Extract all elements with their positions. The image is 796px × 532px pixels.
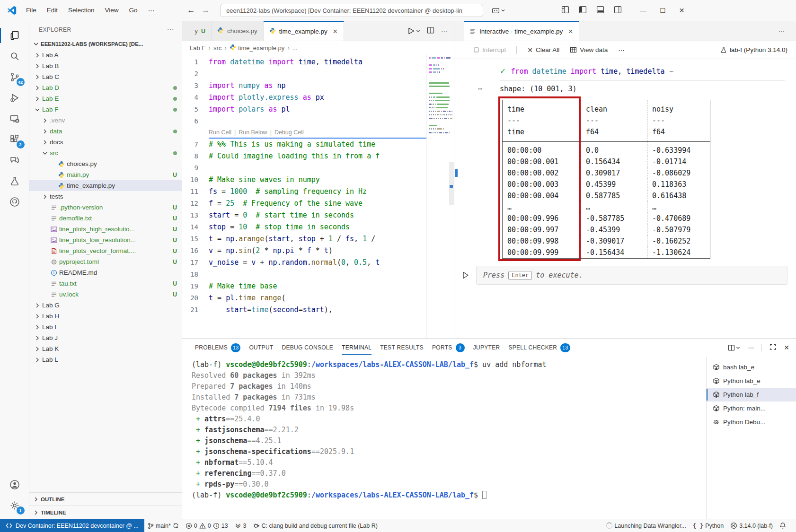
tree-item-lab-k[interactable]: Lab K xyxy=(29,343,182,354)
view-data-button[interactable]: View data xyxy=(570,46,608,53)
language-mode-status[interactable]: { } Python xyxy=(690,519,727,532)
tree-item-pyproject-toml[interactable]: pyproject.tomlU xyxy=(29,256,182,267)
toggle-panel-icon[interactable] xyxy=(596,6,604,15)
panel-tab-output[interactable]: OUTPUT xyxy=(245,339,277,357)
split-terminal-icon[interactable] xyxy=(728,344,740,351)
code-editor[interactable]: 1from datetime import time, timedelta23i… xyxy=(182,54,454,338)
activity-search-icon[interactable] xyxy=(4,46,26,67)
codelens-run-below[interactable]: Run Below xyxy=(239,129,267,136)
tree-item-lab-f[interactable]: Lab F xyxy=(29,104,182,115)
terminal-list-item-python-lab-f[interactable]: Python lab_f xyxy=(707,388,796,401)
activity-explorer-icon[interactable] xyxy=(4,25,26,46)
explorer-more-actions-icon[interactable]: ⋯ xyxy=(167,26,174,34)
copilot-icon[interactable] xyxy=(492,7,505,15)
minimize-button[interactable]: — xyxy=(640,7,646,14)
clear-all-button[interactable]: ✕ Clear All xyxy=(527,46,559,54)
panel-tab-ports[interactable]: PORTS3 xyxy=(428,339,469,357)
tab-partial[interactable]: yU xyxy=(182,21,212,41)
menu-[interactable]: ⋯ xyxy=(144,5,159,16)
maximize-button[interactable]: ☐ xyxy=(660,7,666,14)
activity-remote-explorer-icon[interactable] xyxy=(4,108,26,129)
settings-gear-icon[interactable]: 1 xyxy=(4,495,26,516)
toggle-secondary-sidebar-icon[interactable] xyxy=(614,6,622,15)
section-outline[interactable]: OUTLINE xyxy=(29,492,182,506)
menu-view[interactable]: View xyxy=(101,5,123,16)
tree-item-line-plots-low-resolution---[interactable]: line_plots_low_resolution...U xyxy=(29,235,182,245)
tree-item-main-py[interactable]: main.pyU xyxy=(29,169,182,180)
tree-item-uv-lock[interactable]: uv.lockU xyxy=(29,289,182,300)
problems-status[interactable]: 0 0 13 xyxy=(182,519,231,532)
tree-item-time-example-py[interactable]: time_example.py xyxy=(29,180,182,191)
run-python-file-button[interactable] xyxy=(407,27,420,35)
codelens-debug-cell[interactable]: Debug Cell xyxy=(274,129,304,136)
editor-scrollbar[interactable] xyxy=(449,162,454,205)
tab-interactive[interactable]: Interactive - time_example.py ✕ xyxy=(464,21,579,41)
tree-item-lab-g[interactable]: Lab G xyxy=(29,300,182,311)
customize-layout-icon[interactable] xyxy=(561,6,569,15)
git-branch-status[interactable]: main* xyxy=(144,519,182,532)
tree-item-src[interactable]: src xyxy=(29,148,182,158)
nav-forward-button[interactable]: → xyxy=(202,6,210,15)
menu-file[interactable]: File xyxy=(22,5,41,16)
cell-overflow-icon[interactable]: ⋯ xyxy=(670,67,674,76)
panel-more-icon[interactable]: ⋯ xyxy=(748,344,754,351)
activity-testing-icon[interactable] xyxy=(4,171,26,192)
notifications-bell-icon[interactable] xyxy=(776,519,789,532)
tree-item-readme-md[interactable]: README.md xyxy=(29,267,182,278)
activity-extensions-icon[interactable]: 2 xyxy=(4,129,26,150)
panel-tab-spell-checker[interactable]: SPELL CHECKER13 xyxy=(504,339,574,357)
tree-item--python-version[interactable]: .python-versionU xyxy=(29,202,182,213)
kernel-picker[interactable]: lab-f (Python 3.14.0) xyxy=(720,46,796,53)
close-tab-icon[interactable]: ✕ xyxy=(333,28,338,35)
panel-tab-jupyter[interactable]: JUPYTER xyxy=(469,339,504,357)
tree-item-tests[interactable]: tests xyxy=(29,191,182,202)
tree-item-lab-j[interactable]: Lab J xyxy=(29,332,182,343)
maximize-panel-icon[interactable] xyxy=(769,344,776,352)
workspace-root-row[interactable]: EEEN11202-LABS (WORKSPACE) [DE... xyxy=(29,38,182,50)
activity-source-control-icon[interactable]: 42 xyxy=(4,67,26,87)
menu-selection[interactable]: Selection xyxy=(64,5,99,16)
run-input-icon[interactable] xyxy=(462,271,469,279)
panel-tab-debug-console[interactable]: DEBUG CONSOLE xyxy=(278,339,338,357)
close-panel-icon[interactable]: ✕ xyxy=(784,344,789,351)
breadcrumb-item[interactable]: src xyxy=(213,44,221,52)
interactive-tab-overflow-icon[interactable]: ⋯ xyxy=(778,21,796,41)
tab-time_example-py[interactable]: time_example.py✕ xyxy=(264,21,344,41)
activity-github-icon[interactable] xyxy=(4,192,26,212)
tree-item-tau-txt[interactable]: tau.txtU xyxy=(29,278,182,289)
terminal-output[interactable]: (lab-f) vscode@0de9bf2c5909:/workspaces/… xyxy=(182,357,706,519)
ports-status[interactable]: 3 xyxy=(231,519,250,532)
menu-edit[interactable]: Edit xyxy=(43,5,62,16)
tree-item-demofile-txt[interactable]: demofile.txtU xyxy=(29,213,182,224)
cell-gutter-more-icon[interactable]: ⋯ xyxy=(478,85,483,93)
tab-choices-py[interactable]: choices.py xyxy=(212,21,264,41)
breadcrumb-item[interactable]: Lab F xyxy=(190,44,205,52)
terminal-list-item-python-lab-e[interactable]: Python lab_e xyxy=(707,374,796,388)
toolbar-more-icon[interactable]: ⋯ xyxy=(618,46,625,54)
minimap[interactable] xyxy=(426,54,454,338)
tree-item-line-plots-high-resolutio---[interactable]: line_plots_high_resolutio...U xyxy=(29,224,182,235)
tree-item-lab-a[interactable]: Lab A xyxy=(29,50,182,61)
remote-indicator[interactable]: Dev Container: EEEN11202 devcontainer @ … xyxy=(0,519,144,532)
breadcrumb-item[interactable]: ... xyxy=(292,44,298,52)
account-icon[interactable] xyxy=(4,474,26,495)
terminal-list-item-python--main---[interactable]: Python: main... xyxy=(707,401,796,415)
editor-more-actions-icon[interactable]: ⋯ xyxy=(441,27,447,35)
tree-item-data[interactable]: data xyxy=(29,126,182,137)
terminal-list-item-python-debu---[interactable]: Python Debu... xyxy=(707,415,796,429)
close-tab-icon[interactable]: ✕ xyxy=(568,28,573,35)
nav-back-button[interactable]: ← xyxy=(187,6,195,15)
interactive-input-field[interactable]: Press Enter to execute. xyxy=(476,266,787,285)
tree-item-docs[interactable]: docs xyxy=(29,137,182,148)
activity-run-debug-icon[interactable] xyxy=(4,87,26,108)
panel-tab-problems[interactable]: PROBLEMS13 xyxy=(191,339,245,357)
terminal-list-item-bash-lab-e[interactable]: bash lab_e xyxy=(707,360,796,374)
codelens-run-cell[interactable]: Run Cell xyxy=(209,129,231,136)
tree-item-lab-e[interactable]: Lab E xyxy=(29,93,182,104)
panel-tab-test-results[interactable]: TEST RESULTS xyxy=(376,339,428,357)
toggle-sidebar-icon[interactable] xyxy=(579,6,587,15)
tree-item-line-plots-vector-format----[interactable]: line_plots_vector_format....U xyxy=(29,245,182,256)
tree-item-lab-c[interactable]: Lab C xyxy=(29,71,182,82)
menu-go[interactable]: Go xyxy=(125,5,142,16)
panel-tab-terminal[interactable]: TERMINAL xyxy=(337,339,376,357)
